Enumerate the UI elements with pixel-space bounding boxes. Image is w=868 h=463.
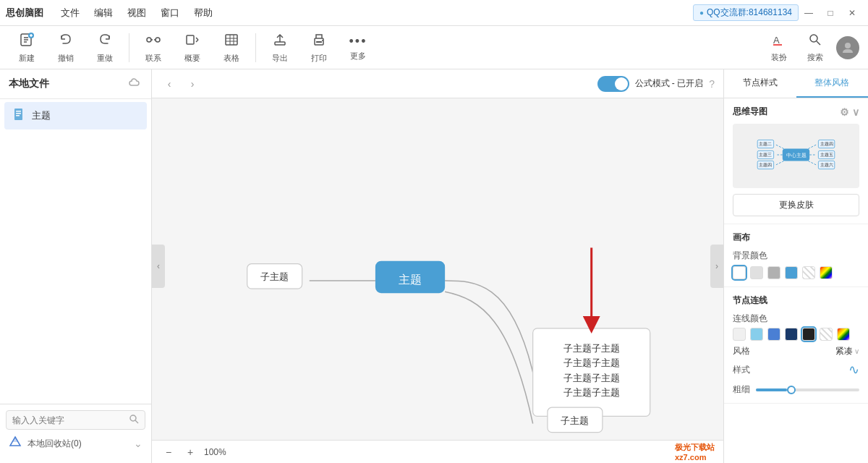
zoom-value: 100% <box>204 447 226 457</box>
formula-toggle-switch[interactable] <box>597 76 629 92</box>
style-value[interactable]: 紧凑 ∨ <box>835 345 859 357</box>
cloud-icon[interactable] <box>128 75 142 93</box>
maximize-button[interactable]: □ <box>820 3 841 23</box>
menu-help[interactable]: 帮助 <box>188 4 218 22</box>
svg-point-7 <box>147 38 151 42</box>
bg-color-white[interactable] <box>733 266 746 279</box>
menu-view[interactable]: 视图 <box>122 4 152 22</box>
recycle-bin-item[interactable]: 本地回收站(0) ⌄ <box>6 430 145 457</box>
svg-text:子主题: 子主题 <box>260 271 289 282</box>
right-panel-tabs: 节点样式 整体风格 <box>724 69 868 98</box>
panel-canvas-section: 画布 背景颜色 <box>724 224 868 287</box>
connect-button[interactable]: 联系 <box>135 27 171 68</box>
svg-point-22 <box>322 40 323 41</box>
bg-color-label: 背景颜色 <box>733 250 859 262</box>
qq-group[interactable]: QQ交流群:814681134 <box>693 4 799 21</box>
bg-color-lightgray[interactable] <box>750 266 763 279</box>
undo-button[interactable]: 撤销 <box>48 27 84 68</box>
tab-overall-style[interactable]: 整体风格 <box>796 69 869 98</box>
svg-rect-30 <box>16 113 21 114</box>
formula-toggle: 公式模式 - 已开启 ? <box>597 76 715 92</box>
line-color-black[interactable] <box>802 328 815 341</box>
print-icon <box>311 32 327 51</box>
app-logo: 思创脑图 <box>6 7 43 20</box>
tab-node-style[interactable]: 节点样式 <box>724 69 796 98</box>
decorate-button[interactable]: A 装扮 <box>764 28 794 67</box>
svg-line-26 <box>817 41 820 45</box>
thickness-fill <box>756 388 787 391</box>
search-button[interactable]: 搜索 <box>800 28 830 67</box>
svg-text:主题五: 主题五 <box>820 152 833 157</box>
minimize-button[interactable]: — <box>799 3 819 23</box>
window-controls: — □ ✕ <box>799 3 862 23</box>
style-label: 风格 <box>733 345 750 357</box>
svg-text:主题三: 主题三 <box>759 152 772 157</box>
bg-color-rainbow[interactable] <box>820 266 833 279</box>
svg-text:中心主题: 中心主题 <box>786 152 807 158</box>
change-skin-button[interactable]: 更换皮肤 <box>733 194 859 216</box>
sidebar-item-theme[interactable]: 主题 <box>4 102 147 129</box>
mind-canvas[interactable]: 主题 子主题 子主题子主题 子主题子主题 子主题子主题 子主题子主题 子主题 <box>152 98 723 463</box>
sidebar-header: 本地文件 <box>0 69 151 99</box>
thickness-slider[interactable] <box>756 388 859 391</box>
line-color-darkblue[interactable] <box>785 328 798 341</box>
style-dropdown-icon: ∨ <box>854 347 859 355</box>
svg-text:子主题子主题: 子主题子主题 <box>563 387 620 398</box>
summary-button[interactable]: 概要 <box>174 27 210 68</box>
sample-style-label: 样式 <box>733 364 750 376</box>
search-box[interactable] <box>6 410 145 430</box>
svg-point-32 <box>130 415 136 421</box>
brand-logo-text: 极光下载站xz7.com <box>675 442 715 462</box>
new-button[interactable]: 新建 <box>9 27 45 68</box>
svg-text:子主题子主题: 子主题子主题 <box>563 373 620 383</box>
menu-file[interactable]: 文件 <box>55 4 85 22</box>
right-panel: 节点样式 整体风格 思维导图 ⚙ ∨ <box>723 69 868 463</box>
search-input[interactable] <box>12 415 129 425</box>
line-color-rainbow[interactable] <box>837 328 850 341</box>
export-button[interactable]: 导出 <box>262 27 298 68</box>
panel-lines-section: 节点连线 连线颜色 风格 紧凑 ∨ 样式 ∿ <box>724 287 868 404</box>
user-avatar[interactable] <box>836 36 859 59</box>
line-color-pattern[interactable] <box>820 328 833 341</box>
line-color-light[interactable] <box>733 328 746 341</box>
svg-rect-10 <box>187 35 194 44</box>
sample-style-row: 样式 ∿ <box>733 362 859 378</box>
mindmap-section-title: 思维导图 ⚙ ∨ <box>733 106 859 118</box>
zoom-out-button[interactable]: − <box>161 444 176 460</box>
menu-edit[interactable]: 编辑 <box>88 4 119 22</box>
svg-rect-29 <box>16 111 21 112</box>
svg-rect-31 <box>16 115 20 116</box>
svg-text:主题: 主题 <box>399 273 422 286</box>
close-button[interactable]: ✕ <box>842 3 862 23</box>
print-button[interactable]: 打印 <box>301 27 337 68</box>
canvas-nav-left[interactable]: ‹ <box>152 245 165 288</box>
redo-button[interactable]: 重做 <box>87 27 123 68</box>
bg-color-gray[interactable] <box>767 266 780 279</box>
table-label: 表格 <box>224 53 239 64</box>
undo-label: 撤销 <box>58 53 74 64</box>
mindmap-options-icon[interactable]: ⚙ ∨ <box>840 106 859 118</box>
zoom-in-button[interactable]: + <box>182 444 198 460</box>
svg-line-33 <box>135 420 138 423</box>
nav-prev-button[interactable]: ‹ <box>161 75 178 93</box>
line-color-cyan[interactable] <box>750 328 763 341</box>
more-label: 更多 <box>350 51 366 61</box>
google-drive-icon <box>9 436 22 451</box>
canvas-nav-right[interactable]: › <box>710 245 723 288</box>
sample-style-icon[interactable]: ∿ <box>848 362 859 378</box>
help-icon[interactable]: ? <box>709 78 715 90</box>
new-icon <box>19 32 35 51</box>
nav-next-button[interactable]: › <box>184 75 201 93</box>
svg-text:主题六: 主题六 <box>820 162 833 167</box>
search-icon <box>808 33 822 51</box>
bg-color-pattern[interactable] <box>802 266 815 279</box>
connect-label: 联系 <box>145 53 161 64</box>
toolbar-right: A 装扮 搜索 <box>764 28 859 67</box>
menu-window[interactable]: 窗口 <box>155 4 185 22</box>
bg-color-teal[interactable] <box>785 266 798 279</box>
more-button[interactable]: ••• 更多 <box>340 30 376 66</box>
thickness-thumb <box>787 386 796 394</box>
line-color-blue[interactable] <box>767 328 780 341</box>
table-button[interactable]: 表格 <box>213 27 250 68</box>
thickness-row: 粗细 <box>733 383 859 396</box>
